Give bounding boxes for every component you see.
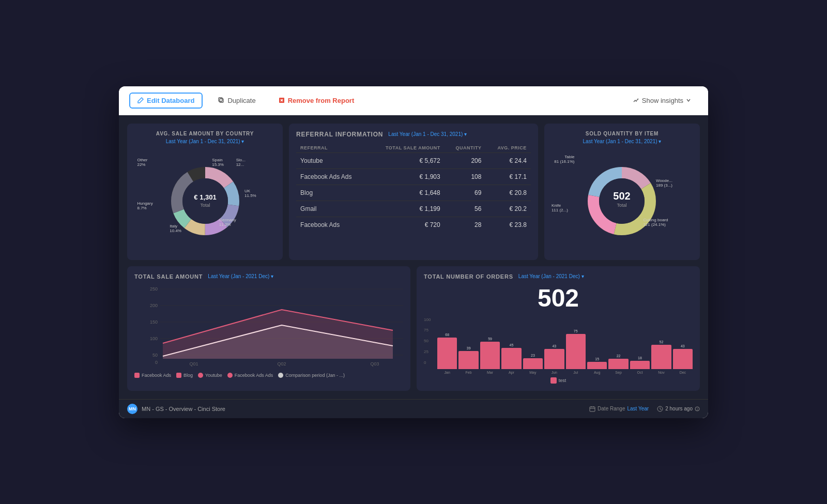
svg-rect-0 xyxy=(220,99,223,102)
duplicate-button[interactable]: Duplicate xyxy=(211,94,263,108)
remove-from-report-button[interactable]: Remove from Report xyxy=(271,94,362,108)
edit-databoard-button[interactable]: Edit Databoard xyxy=(129,93,203,109)
bar-label: Sep xyxy=(615,371,621,374)
total-sale-title: TOTAL SALE AMOUNT xyxy=(134,273,203,280)
bar-rect xyxy=(480,342,500,369)
bar-col: 18 Oct xyxy=(630,356,650,374)
total-sale-header: TOTAL SALE AMOUNT Last Year (Jan - 2021 … xyxy=(134,273,403,280)
store-name: MN - GS - Overview - Cinci Store xyxy=(142,406,225,412)
bar-col: 43 Dec xyxy=(673,344,693,374)
svg-text:Q01: Q01 xyxy=(189,361,198,366)
bar-col: 52 Nov xyxy=(651,340,671,374)
orders-period[interactable]: Last Year (Jan - 2021 Dec) ▾ xyxy=(518,273,584,279)
bar-label: Jan xyxy=(445,371,450,374)
bar-label: Feb xyxy=(466,371,472,374)
ref-name: Youtube xyxy=(296,152,368,169)
dashboard-footer: MN MN - GS - Overview - Cinci Store Date… xyxy=(119,399,708,418)
sold-qty-title: SOLD QUANTITY BY ITEM xyxy=(552,131,693,136)
bar-rect xyxy=(544,349,564,369)
sold-quantity-card: SOLD QUANTITY BY ITEM Last Year (Jan 1 -… xyxy=(544,124,700,260)
y-25: 25 xyxy=(424,349,435,354)
knife-label: Knife111 (2...) xyxy=(552,203,568,212)
bar-value: 68 xyxy=(445,333,449,337)
ref-qty: 108 xyxy=(445,169,486,185)
ref-avg: € 23.8 xyxy=(485,217,530,233)
bar-value: 39 xyxy=(467,346,471,350)
date-range-value: Last Year xyxy=(627,406,649,411)
svg-rect-38 xyxy=(590,407,595,411)
bar-label: May xyxy=(529,371,536,374)
bar-rect xyxy=(587,362,607,369)
test-legend: test xyxy=(424,377,693,384)
bar-col: 43 Jun xyxy=(544,344,564,374)
legend-facebook-ads: Facebook Ads xyxy=(134,373,171,378)
bar-col: 59 Mar xyxy=(480,337,500,374)
total-sale-period[interactable]: Last Year (Jan - 2021 Dec) ▾ xyxy=(208,273,273,279)
svg-text:Total: Total xyxy=(200,203,210,208)
main-container: Edit Databoard Duplicate Remove from Rep… xyxy=(119,86,708,418)
y-0: 0 xyxy=(424,360,435,365)
svg-text:Total: Total xyxy=(617,203,627,208)
bar-label: Dec xyxy=(680,371,686,374)
svg-text:200: 200 xyxy=(150,303,158,308)
bar-label: Jun xyxy=(552,371,557,374)
bar-col: 15 Aug xyxy=(587,357,607,374)
date-range-tag: Date Range Last Year xyxy=(589,406,649,412)
total-sale-card: TOTAL SALE AMOUNT Last Year (Jan - 2021 … xyxy=(127,266,410,391)
insights-icon xyxy=(633,97,639,103)
bar-value: 75 xyxy=(574,329,578,333)
y-75: 75 xyxy=(424,328,435,332)
ref-name: Blog xyxy=(296,185,368,201)
footer-left: MN MN - GS - Overview - Cinci Store xyxy=(127,404,225,414)
svg-text:250: 250 xyxy=(150,286,158,292)
svg-text:Q03: Q03 xyxy=(370,361,379,366)
bar-rect xyxy=(608,359,628,369)
svg-line-44 xyxy=(660,409,662,410)
bar-chart-container: 100 75 50 25 0 68 Jan 39 Feb 59 Mar 45 xyxy=(424,317,693,374)
ref-total: € 1,648 xyxy=(369,185,445,201)
table-label: Table81 (16.1%) xyxy=(554,155,574,164)
col-total: TOTAL SALE AMOUNT xyxy=(369,143,445,153)
avg-sale-title: AVG. SALE AMOUNT BY COUNTRY xyxy=(134,131,275,136)
show-insights-button[interactable]: Show insights xyxy=(625,94,698,108)
referral-table: Referral TOTAL SALE AMOUNT QUANTITY AVG.… xyxy=(296,143,531,233)
ref-qty: 206 xyxy=(445,152,486,169)
sold-qty-subtitle[interactable]: Last Year (Jan 1 - Dec 31, 2021) ▾ xyxy=(552,139,693,144)
bar-rect xyxy=(630,361,650,369)
col-referral: Referral xyxy=(296,143,368,153)
referral-title: REFERRAL INFORMATION xyxy=(296,131,383,138)
svg-point-11 xyxy=(182,178,228,224)
ref-avg: € 24.4 xyxy=(485,152,530,169)
avg-sale-card: AVG. SALE AMOUNT BY COUNTRY Last Year (J… xyxy=(127,124,283,260)
avg-sale-subtitle[interactable]: Last Year (Jan 1 - Dec 31, 2021) ▾ xyxy=(134,139,275,144)
bar-value: 18 xyxy=(638,356,642,360)
table-row: Youtube € 5,672 206 € 24.4 xyxy=(296,152,531,169)
svg-text:50: 50 xyxy=(152,353,158,358)
svg-text:100: 100 xyxy=(150,336,158,341)
ref-total: € 5,672 xyxy=(369,152,445,169)
svg-text:0: 0 xyxy=(155,360,158,365)
svg-text:i: i xyxy=(697,407,698,411)
bar-rect xyxy=(437,338,457,369)
hungary-label: Hungary8.7% xyxy=(137,201,152,210)
sold-donut-chart: 502 Total Table81 (16.1%) Woode...189 (3… xyxy=(552,149,693,253)
bars-area: 68 Jan 39 Feb 59 Mar 45 Apr 23 May 43 Ju… xyxy=(437,317,693,374)
ref-qty: 69 xyxy=(445,185,486,201)
bar-label: Oct xyxy=(637,371,643,374)
table-row: Facebook Ads € 720 28 € 23.8 xyxy=(296,217,531,233)
legend-fb-ads-ads: Facebook Ads Ads xyxy=(227,373,273,378)
updated-label: 2 hours ago xyxy=(665,406,693,411)
bar-label: Aug xyxy=(594,371,600,374)
ref-qty: 56 xyxy=(445,201,486,217)
ref-avg: € 20.2 xyxy=(485,201,530,217)
bar-col: 22 Sep xyxy=(608,354,628,374)
referral-period[interactable]: Last Year (Jan 1 - Dec 31, 2021) ▾ xyxy=(388,131,467,137)
bar-rect xyxy=(566,334,586,369)
svg-marker-37 xyxy=(163,310,393,359)
ref-name: Facebook Ads Ads xyxy=(296,169,368,185)
svg-text:150: 150 xyxy=(150,319,158,325)
legend-comparison: Comparison period (Jan - ...) xyxy=(278,373,345,378)
bar-label: Mar xyxy=(487,371,493,374)
top-row: AVG. SALE AMOUNT BY COUNTRY Last Year (J… xyxy=(127,124,700,260)
bar-rect xyxy=(651,345,671,369)
